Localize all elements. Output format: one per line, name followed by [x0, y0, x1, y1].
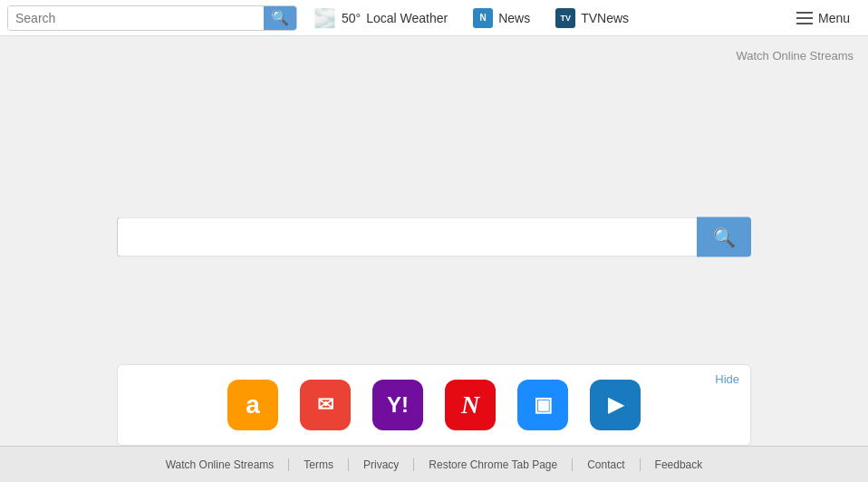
tvnews-label: TVNews	[581, 11, 629, 25]
quick-links-section: Hide a ✉ Y! N	[117, 364, 751, 446]
footer-link-feedback[interactable]: Feedback	[641, 458, 718, 471]
center-search-bar: 🔍	[117, 217, 751, 257]
watch-online-streams-link[interactable]: Watch Online Streams	[736, 49, 854, 63]
weather-temp: 50°	[342, 11, 361, 25]
top-search-input[interactable]	[8, 6, 264, 30]
search-icon: 🔍	[713, 227, 736, 248]
tvnews-icon: TV	[555, 8, 575, 28]
gmail-icon: ✉	[300, 380, 351, 430]
menu-button[interactable]: Menu	[786, 11, 861, 25]
main-area: Watch Online Streams 🔍 Hide a ✉ Y!	[0, 36, 868, 446]
footer-link-terms[interactable]: Terms	[289, 458, 349, 471]
top-search-bar[interactable]: 🔍	[7, 5, 297, 31]
menu-label: Menu	[818, 11, 850, 25]
video-icon: ▶	[590, 380, 641, 430]
amazon-icon: a	[227, 380, 278, 430]
yahoo-icon: Y!	[372, 380, 423, 430]
news-icon: N	[473, 8, 493, 28]
footer: Watch Online Streams Terms Privacy Resto…	[0, 446, 868, 482]
weather-label: Local Weather	[366, 11, 448, 25]
netflix-icon: N	[445, 380, 496, 430]
quick-link-stack[interactable]: ▣	[517, 380, 568, 430]
footer-link-watch-online-streams[interactable]: Watch Online Streams	[151, 458, 290, 471]
footer-link-restore-chrome-tab-page[interactable]: Restore Chrome Tab Page	[414, 458, 573, 471]
hamburger-icon	[796, 12, 813, 24]
weather-icon: 🌫️	[313, 7, 336, 29]
quick-link-gmail[interactable]: ✉	[300, 380, 351, 430]
news-nav-item[interactable]: N News	[464, 0, 539, 36]
hide-button[interactable]: Hide	[715, 372, 739, 386]
center-search-button[interactable]: 🔍	[697, 217, 751, 257]
center-search-input[interactable]	[117, 217, 697, 257]
quick-links-container: a ✉ Y! N ▣	[125, 380, 743, 430]
search-icon: 🔍	[271, 9, 289, 26]
top-navigation: 🔍 🌫️ 50° Local Weather N News TV TVNews …	[0, 0, 868, 36]
top-search-button[interactable]: 🔍	[264, 6, 296, 30]
footer-link-privacy[interactable]: Privacy	[349, 458, 414, 471]
quick-link-amazon[interactable]: a	[227, 380, 278, 430]
footer-link-contact[interactable]: Contact	[573, 458, 640, 471]
weather-nav-item[interactable]: 🌫️ 50° Local Weather	[304, 0, 457, 36]
quick-link-netflix[interactable]: N	[445, 380, 496, 430]
quick-link-yahoo[interactable]: Y!	[372, 380, 423, 430]
stack-icon: ▣	[517, 380, 568, 430]
news-label: News	[498, 11, 530, 25]
quick-link-video[interactable]: ▶	[590, 380, 641, 430]
tvnews-nav-item[interactable]: TV TVNews	[546, 0, 638, 36]
